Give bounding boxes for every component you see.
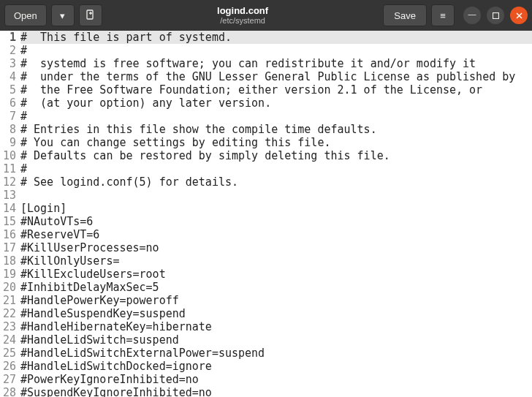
- close-button[interactable]: [510, 7, 528, 24]
- line-number: 5: [0, 83, 16, 97]
- line-number: 11: [0, 162, 16, 175]
- code-line[interactable]: # (at your option) any later version.: [20, 97, 532, 110]
- code-line[interactable]: #PowerKeyIgnoreInhibited=no: [20, 373, 532, 386]
- hamburger-icon: ≡: [440, 10, 446, 21]
- code-line[interactable]: #SuspendKeyIgnoreInhibited=no: [20, 386, 532, 397]
- line-number: 2: [0, 44, 16, 57]
- line-number-gutter: 1234567891011121314151617181920212223242…: [0, 31, 19, 397]
- line-number: 19: [0, 268, 16, 281]
- code-line[interactable]: #: [20, 162, 532, 175]
- open-button-label: Open: [14, 10, 37, 21]
- code-line[interactable]: [Login]: [20, 202, 532, 215]
- line-number: 24: [0, 333, 16, 347]
- document-path: /etc/systemd: [107, 16, 379, 25]
- line-number: 6: [0, 97, 16, 110]
- code-line[interactable]: # under the terms of the GNU Lesser Gene…: [20, 70, 532, 83]
- line-number: 3: [0, 57, 16, 70]
- maximize-button[interactable]: [487, 7, 504, 24]
- code-line[interactable]: #NAutoVTs=6: [20, 215, 532, 228]
- minimize-icon: —: [468, 10, 476, 18]
- save-button[interactable]: Save: [383, 4, 427, 26]
- line-number: 23: [0, 320, 16, 333]
- code-line[interactable]: # See logind.conf(5) for details.: [20, 175, 532, 189]
- save-button-label: Save: [394, 10, 416, 21]
- line-number: 9: [0, 136, 16, 149]
- code-line[interactable]: # Defaults can be restored by simply del…: [20, 149, 532, 162]
- menu-button[interactable]: ≡: [431, 4, 455, 26]
- line-number: 4: [0, 70, 16, 83]
- close-icon: [516, 9, 522, 22]
- line-number: 20: [0, 281, 16, 294]
- code-line[interactable]: # This file is part of systemd.: [20, 31, 532, 44]
- line-number: 15: [0, 215, 16, 228]
- code-line[interactable]: #HandleLidSwitchDocked=ignore: [20, 360, 532, 373]
- code-line[interactable]: # the Free Software Foundation; either v…: [20, 83, 532, 97]
- code-line[interactable]: #KillUserProcesses=no: [20, 241, 532, 254]
- code-line[interactable]: # systemd is free software; you can redi…: [20, 57, 532, 70]
- code-line[interactable]: #HandlePowerKey=poweroff: [20, 294, 532, 307]
- line-number: 14: [0, 202, 16, 215]
- line-number: 17: [0, 241, 16, 254]
- line-number: 18: [0, 254, 16, 268]
- svg-rect-1: [493, 13, 498, 19]
- code-line[interactable]: #HandleHibernateKey=hibernate: [20, 320, 532, 333]
- code-line[interactable]: #KillExcludeUsers=root: [20, 268, 532, 281]
- chevron-down-icon: ▾: [60, 10, 65, 21]
- code-line[interactable]: # You can change settings by editing thi…: [20, 136, 532, 149]
- new-tab-button[interactable]: [79, 4, 102, 26]
- minimize-button[interactable]: —: [463, 7, 481, 24]
- open-recent-button[interactable]: ▾: [51, 4, 75, 26]
- window-controls: —: [463, 7, 528, 24]
- editor-area[interactable]: 1234567891011121314151617181920212223242…: [0, 31, 532, 397]
- line-number: 27: [0, 373, 16, 386]
- open-button[interactable]: Open: [4, 4, 47, 26]
- line-number: 12: [0, 175, 16, 189]
- line-number: 28: [0, 386, 16, 397]
- line-number: 13: [0, 189, 16, 202]
- code-line[interactable]: #HandleLidSwitchExternalPower=suspend: [20, 347, 532, 360]
- document-title: logind.conf: [107, 6, 379, 16]
- new-document-icon: [86, 10, 96, 22]
- code-line[interactable]: #KillOnlyUsers=: [20, 254, 532, 268]
- line-number: 26: [0, 360, 16, 373]
- code-line[interactable]: #ReserveVT=6: [20, 228, 532, 241]
- code-line[interactable]: [20, 189, 532, 202]
- line-number: 16: [0, 228, 16, 241]
- line-number: 1: [0, 31, 16, 44]
- code-line[interactable]: #: [20, 110, 532, 123]
- line-number: 7: [0, 110, 16, 123]
- maximize-icon: [493, 9, 499, 22]
- code-line[interactable]: #HandleLidSwitch=suspend: [20, 333, 532, 347]
- line-number: 25: [0, 347, 16, 360]
- line-number: 21: [0, 294, 16, 307]
- title-area: logind.conf /etc/systemd: [107, 6, 379, 25]
- titlebar: Open ▾ logind.conf /etc/systemd Save ≡ —: [0, 0, 532, 31]
- line-number: 8: [0, 123, 16, 136]
- code-line[interactable]: #InhibitDelayMaxSec=5: [20, 281, 532, 294]
- code-line[interactable]: # Entries in this file show the compile …: [20, 123, 532, 136]
- code-line[interactable]: #HandleSuspendKey=suspend: [20, 307, 532, 320]
- text-content[interactable]: # This file is part of systemd.## system…: [19, 31, 532, 397]
- line-number: 10: [0, 149, 16, 162]
- code-line[interactable]: #: [20, 44, 532, 57]
- line-number: 22: [0, 307, 16, 320]
- svg-rect-0: [87, 10, 93, 19]
